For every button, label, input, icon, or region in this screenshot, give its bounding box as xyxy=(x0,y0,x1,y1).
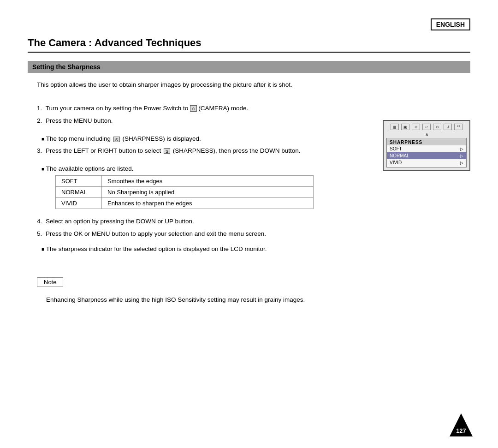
language-badge: ENGLISH xyxy=(431,18,470,30)
camera-arrow-up: ∧ xyxy=(386,132,467,137)
menu-icon-1: ▦ xyxy=(391,124,399,130)
camera-menu-ui: ▦ ▣ ⊕ ↵ ⊙ ↺ ☷ ∧ SHARPNESS SOFT ▷ NORMAL … xyxy=(383,120,470,171)
camera-menu-box: SHARPNESS SOFT ▷ NORMAL ▷ VIVID ▷ xyxy=(386,138,467,167)
camera-menu-arrow-vivid: ▷ xyxy=(460,161,463,165)
options-table: SOFT Smoothes the edges NORMAL No Sharpe… xyxy=(55,175,314,209)
page-number-triangle: 127 xyxy=(450,413,473,436)
option-normal-desc: No Sharpening is applied xyxy=(102,187,314,198)
page-container: ENGLISH The Camera : Advanced Techniques… xyxy=(0,0,498,448)
menu-icon-3: ⊕ xyxy=(412,124,420,130)
option-soft-desc: Smoothes the edges xyxy=(102,176,314,187)
table-row-soft: SOFT Smoothes the edges xyxy=(56,176,314,187)
note-label: Note xyxy=(37,277,63,287)
camera-menu-title: SHARPNESS xyxy=(387,139,466,145)
menu-icon-5: ⊙ xyxy=(433,124,441,130)
camera-menu-arrow-soft: ▷ xyxy=(460,147,463,151)
camera-menu-arrow-normal: ▷ xyxy=(460,154,463,158)
camera-menu-label-normal: NORMAL xyxy=(390,153,409,158)
note-section: Note Enhancing Sharpness while using the… xyxy=(37,268,470,305)
option-normal-label: NORMAL xyxy=(56,187,102,198)
menu-icon-2: ▣ xyxy=(401,124,409,130)
step-1: 1. Turn your camera on by setting the Po… xyxy=(37,103,470,114)
option-soft-label: SOFT xyxy=(56,176,102,187)
bullet-lcd-indicator: The sharpness indicator for the selected… xyxy=(42,244,470,254)
intro-paragraph: This option allows the user to obtain sh… xyxy=(37,80,470,90)
menu-icon-7: ☷ xyxy=(454,124,462,130)
step-4: 4. Select an option by pressing the DOWN… xyxy=(37,216,470,227)
table-row-vivid: VIVID Enhances to sharpen the edges xyxy=(56,198,314,209)
section-header: Setting the Sharpness xyxy=(28,61,470,73)
step-5: 5. Press the OK or MENU button to apply … xyxy=(37,229,470,239)
sharpness-icon-inline-2: S xyxy=(164,148,170,154)
menu-icon-6: ↺ xyxy=(444,124,452,130)
option-vivid-desc: Enhances to sharpen the edges xyxy=(102,198,314,209)
camera-menu-item-vivid: VIVID ▷ xyxy=(387,159,466,166)
note-text: Enhancing Sharpness while using the high… xyxy=(46,295,470,305)
option-vivid-label: VIVID xyxy=(56,198,102,209)
sharpness-icon-inline: S xyxy=(113,137,120,142)
camera-icons-row: ▦ ▣ ⊕ ↵ ⊙ ↺ ☷ xyxy=(386,124,467,130)
camera-icon: ⌂ xyxy=(190,105,197,112)
page-title: The Camera : Advanced Techniques xyxy=(28,37,470,53)
camera-menu-item-soft: SOFT ▷ xyxy=(387,145,466,152)
table-row-normal: NORMAL No Sharpening is applied xyxy=(56,187,314,198)
menu-icon-4: ↵ xyxy=(422,124,431,130)
camera-menu-item-normal: NORMAL ▷ xyxy=(387,152,466,159)
svg-text:127: 127 xyxy=(456,427,466,434)
page-number-area: 127 xyxy=(450,413,473,436)
camera-menu-label-vivid: VIVID xyxy=(390,160,402,165)
steps-list-3: 4. Select an option by pressing the DOWN… xyxy=(37,216,470,239)
camera-menu-label-soft: SOFT xyxy=(390,146,402,151)
